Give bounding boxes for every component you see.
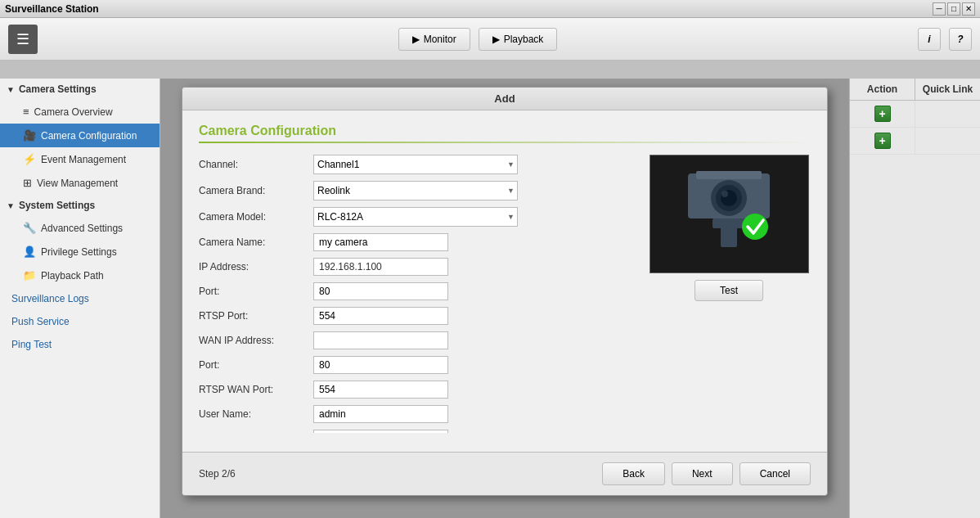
action-cell-2: + [850, 128, 915, 154]
playback-button[interactable]: ▶ Playback [479, 28, 558, 51]
add-camera-modal: Add Camera Configuration Channel: [182, 87, 828, 496]
camera-brand-select-wrapper: Reolink Hikvision Dahua [313, 181, 518, 200]
sidebar-item-surveillance-logs[interactable]: Surveillance Logs [0, 287, 160, 310]
event-icon: ⚡ [23, 153, 36, 165]
step-text: Step 2/6 [199, 468, 596, 480]
info-button[interactable]: i [918, 28, 941, 51]
right-panel-header: Action Quick Link [850, 79, 980, 101]
add-button-1[interactable]: + [874, 106, 891, 122]
user-name-input[interactable] [313, 405, 448, 423]
playback-path-label: Playback Path [41, 270, 104, 282]
ip-address-row: IP Address: [199, 258, 631, 276]
event-management-label: Event Management [41, 154, 126, 165]
sidebar-item-camera-configuration[interactable]: 🎥 Camera Configuration [0, 124, 160, 147]
action-column-header: Action [850, 79, 915, 100]
camera-settings-section[interactable]: ▼ Camera Settings [0, 79, 160, 100]
wan-port-label: Port: [199, 359, 313, 371]
user-name-label: User Name: [199, 408, 313, 420]
channel-select[interactable]: Channel1 Channel2 Channel3 [313, 155, 518, 174]
push-service-label: Push Service [11, 316, 70, 327]
camera-image [650, 155, 809, 273]
action-cell-1: + [850, 101, 915, 127]
help-button[interactable]: ? [949, 28, 972, 51]
camera-svg-icon [680, 169, 778, 259]
rtsp-port-row: RTSP Port: [199, 307, 631, 325]
window-title: Surveillance Station [5, 3, 99, 15]
svg-rect-7 [721, 227, 737, 247]
camera-brand-label: Camera Brand: [199, 185, 313, 196]
sidebar-item-advanced-settings[interactable]: 🔧 Advanced Settings [0, 216, 160, 240]
camera-model-row: Camera Model: RLC-812A RLC-810A RLC-820A [199, 207, 631, 227]
monitor-label: Monitor [424, 34, 456, 45]
camera-preview: Test [647, 155, 811, 439]
close-button[interactable]: ✕ [962, 2, 975, 16]
test-button[interactable]: Test [695, 280, 763, 301]
rtsp-wan-port-label: RTSP WAN Port: [199, 384, 313, 395]
privilege-settings-label: Privilege Settings [41, 246, 117, 258]
ip-address-label: IP Address: [199, 261, 313, 273]
modal-section-title: Camera Configuration [199, 124, 811, 138]
surveillance-logs-label: Surveillance Logs [11, 293, 89, 304]
playback-path-icon: 📁 [23, 269, 36, 282]
modal-footer: Step 2/6 Back Next Cancel [182, 452, 827, 495]
password-input[interactable] [313, 430, 448, 433]
next-button[interactable]: Next [672, 462, 733, 485]
camera-brand-row: Camera Brand: Reolink Hikvision Dahua [199, 181, 631, 200]
ip-address-input[interactable] [313, 258, 448, 276]
svg-rect-1 [696, 171, 762, 179]
system-settings-arrow: ▼ [7, 201, 15, 210]
minimize-button[interactable]: ─ [933, 2, 946, 16]
user-name-row: User Name: [199, 405, 631, 423]
modal-overlay: Add Camera Configuration Channel: [160, 79, 849, 518]
wan-ip-input[interactable] [313, 331, 448, 349]
rtsp-wan-port-input[interactable] [313, 381, 448, 399]
right-panel-row-1: + [850, 101, 980, 128]
form-scroll-area[interactable]: Channel: Channel1 Channel2 Channel3 [199, 155, 634, 433]
monitor-button[interactable]: ▶ Monitor [398, 28, 470, 51]
port-input[interactable] [313, 282, 448, 300]
add-button-2[interactable]: + [874, 133, 891, 149]
sidebar-item-playback-path[interactable]: 📁 Playback Path [0, 264, 160, 287]
advanced-icon: 🔧 [23, 222, 36, 234]
window-controls: ─ □ ✕ [933, 2, 975, 16]
playback-icon: ▶ [492, 34, 500, 45]
modal-title: Add [182, 88, 827, 110]
view-management-label: View Management [37, 178, 118, 189]
sidebar-item-push-service[interactable]: Push Service [0, 310, 160, 333]
system-settings-section[interactable]: ▼ System Settings [0, 195, 160, 216]
wan-ip-row: WAN IP Address: [199, 331, 631, 349]
camera-overview-label: Camera Overview [34, 106, 113, 118]
wan-ip-label: WAN IP Address: [199, 335, 313, 346]
system-settings-label: System Settings [19, 200, 95, 211]
camera-model-select-wrapper: RLC-812A RLC-810A RLC-820A [313, 207, 518, 227]
sidebar-item-camera-overview[interactable]: ≡ Camera Overview [0, 100, 160, 124]
sidebar-item-privilege-settings[interactable]: 👤 Privilege Settings [0, 240, 160, 264]
sidebar-item-view-management[interactable]: ⊞ View Management [0, 171, 160, 195]
rtsp-wan-port-row: RTSP WAN Port: [199, 381, 631, 399]
rtsp-port-input[interactable] [313, 307, 448, 325]
svg-point-5 [722, 191, 728, 197]
modal-body: Camera Configuration Channel: Channel1 [182, 110, 827, 452]
sidebar-item-ping-test[interactable]: Ping Test [0, 333, 160, 356]
playback-label: Playback [504, 34, 544, 45]
svg-point-8 [742, 214, 768, 240]
modal-divider [199, 142, 811, 143]
right-panel-row-2: + [850, 128, 980, 155]
ping-test-label: Ping Test [11, 339, 52, 350]
channel-select-wrapper: Channel1 Channel2 Channel3 [313, 155, 518, 174]
privilege-icon: 👤 [23, 245, 36, 258]
camera-name-label: Camera Name: [199, 236, 313, 248]
cancel-button[interactable]: Cancel [739, 462, 811, 485]
wan-port-input[interactable] [313, 356, 448, 374]
back-button[interactable]: Back [602, 462, 665, 485]
camera-model-select[interactable]: RLC-812A RLC-810A RLC-820A [313, 207, 518, 227]
camera-model-label: Camera Model: [199, 211, 313, 223]
camera-name-input[interactable] [313, 233, 448, 251]
camera-brand-select[interactable]: Reolink Hikvision Dahua [313, 181, 518, 200]
sidebar-item-event-management[interactable]: ⚡ Event Management [0, 147, 160, 171]
toolbar: ☰ ▶ Monitor ▶ Playback i ? [0, 18, 980, 61]
maximize-button[interactable]: □ [947, 2, 960, 16]
channel-row: Channel: Channel1 Channel2 Channel3 [199, 155, 631, 174]
title-bar: Surveillance Station ─ □ ✕ [0, 0, 980, 18]
quick-link-cell-1 [915, 109, 980, 119]
